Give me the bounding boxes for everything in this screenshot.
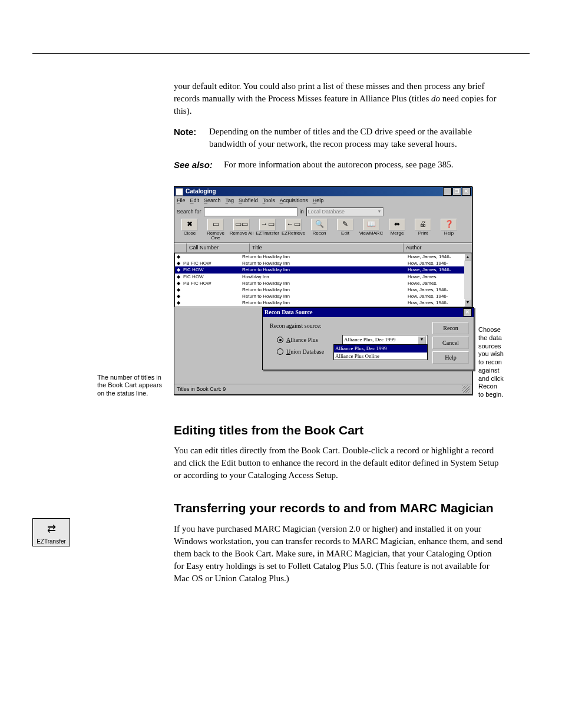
cancel-button[interactable]: Cancel [432, 337, 469, 349]
menu-acquisitions[interactable]: Acquisitions [280, 197, 308, 205]
toolbar-icon: ❓ [441, 219, 457, 230]
toolbar-icon: ▭ [207, 219, 224, 230]
menu-subfield[interactable]: Subfield [239, 197, 258, 205]
see-also-text: For more information about the autorecon… [224, 159, 504, 171]
heading-transferring: Transferring your records to and from MA… [174, 499, 504, 516]
col-call-number[interactable]: Call Number [187, 243, 250, 252]
row-icon: ◆ [175, 274, 182, 280]
eztransfer-margin-icon: ⇄ EZTransfer [32, 518, 70, 546]
see-also-block: See also: For more information about the… [174, 159, 504, 171]
window-titlebar: Cataloging _ ❐ ✕ [174, 187, 472, 196]
toolbar-print-button[interactable]: 🖨Print [410, 218, 436, 241]
intro-paragraph: your default editor. You could also prin… [174, 80, 504, 117]
search-input[interactable] [204, 207, 297, 216]
toolbar-viewmarc-button[interactable]: 📖ViewMARC [358, 218, 384, 241]
minimize-button[interactable]: _ [443, 187, 452, 196]
status-text: Titles in Book Cart: 9 [177, 386, 226, 393]
in-label: in [300, 208, 304, 216]
toolbar-ezretrieve-button[interactable]: ←▭EZRetrieve [280, 218, 306, 241]
figure-caption-left: The number of titles in the Book Cart ap… [97, 374, 171, 398]
close-button[interactable]: ✕ [462, 187, 471, 196]
radio-alliance-plus[interactable] [277, 337, 283, 343]
toolbar-icon: ✎ [337, 219, 353, 230]
menu-edit[interactable]: Edit [190, 197, 200, 205]
row-icon: ◆ [175, 253, 182, 260]
editing-titles-paragraph: You can edit titles directly from the Bo… [174, 444, 504, 482]
dropdown-item[interactable]: Alliance Plus Online [334, 353, 427, 360]
toolbar-icon: ▭▭ [233, 219, 250, 230]
table-row[interactable]: ◆Return to Howliday InnHow, James, 1946- [175, 293, 471, 299]
screenshot-figure: The number of titles in the Book Cart ap… [174, 186, 504, 399]
arrows-icon: ⇄ [39, 521, 63, 537]
recon-dialog: Recon Data Source ✕ Recon against source… [262, 307, 474, 370]
toolbar-icon: 🖨 [415, 219, 431, 230]
in-select[interactable]: Local Database▼ [306, 207, 384, 216]
radio-union-database[interactable] [277, 348, 283, 355]
row-icon: ◆ [175, 286, 182, 293]
toolbar-icon: ⬌ [389, 219, 405, 230]
radio-alliance-label[interactable]: Alliance Plus [286, 336, 342, 344]
dialog-close-button[interactable]: ✕ [463, 308, 472, 317]
transferring-paragraph: If you have purchased MARC Magician (ver… [174, 523, 504, 585]
resize-grip-icon[interactable] [462, 386, 470, 393]
toolbar: Search for in Local Database▼ ✖Close▭Rem… [174, 205, 472, 243]
dialog-titlebar: Recon Data Source ✕ [263, 308, 474, 317]
list-body: ◆Return to Howliday InnHowe, James, 1946… [174, 253, 472, 307]
toolbar-close-button[interactable]: ✖Close [177, 218, 203, 241]
chevron-down-icon: ▼ [378, 209, 382, 215]
toolbar-eztransfer-button[interactable]: →▭EZTransfer [254, 218, 280, 241]
see-also-label: See also: [174, 159, 224, 171]
note-text: Depending on the number of titles and th… [209, 126, 504, 150]
page-rule [32, 53, 530, 54]
note-label: Note: [174, 126, 209, 150]
dropdown-item[interactable]: Alliance Plus, Dec 1999 [334, 345, 427, 353]
row-icon: ◆ [175, 306, 182, 307]
dialog-prompt: Recon against source: [270, 322, 428, 330]
menu-tag[interactable]: Tag [226, 197, 234, 205]
toolbar-icon: ✖ [181, 219, 198, 230]
status-bar: Titles in Book Cart: 9 [174, 384, 472, 394]
toolbar-help-button[interactable]: ❓Help [436, 218, 462, 241]
toolbar-edit-button[interactable]: ✎Edit [332, 218, 358, 241]
row-icon: ◆ [175, 266, 182, 273]
row-icon: ◆ [175, 280, 182, 286]
table-row[interactable]: ◆PB FIC HOWReturn to Howliday InnHow, Ja… [175, 260, 471, 266]
heading-editing-titles: Editing titles from the Book Cart [174, 421, 504, 439]
menu-tools[interactable]: Tools [263, 197, 275, 205]
window-title: Cataloging [186, 187, 216, 196]
menu-bar: File Edit Search Tag Subfield Tools Acqu… [174, 196, 472, 205]
toolbar-remove-one-button[interactable]: ▭Remove One [203, 218, 229, 241]
toolbar-merge-button[interactable]: ⬌Merge [384, 218, 410, 241]
eztransfer-label: EZTransfer [34, 538, 68, 545]
note-block: Note: Depending on the number of titles … [174, 126, 504, 150]
recon-button[interactable]: Recon [432, 322, 469, 334]
table-row[interactable]: ◆FIC HOWReturn to Howliday InnHowe, Jame… [175, 266, 471, 273]
help-button[interactable]: Help [432, 351, 469, 364]
table-row[interactable]: ◆PB FIC HOWReturn to Howliday InnHowe, J… [175, 280, 471, 286]
dialog-title: Recon Data Source [265, 308, 312, 317]
col-title[interactable]: Title [250, 243, 404, 252]
toolbar-icon: →▭ [259, 219, 276, 230]
col-author[interactable]: Author [404, 243, 472, 252]
intro-em: do [431, 94, 440, 103]
menu-help[interactable]: Help [313, 197, 324, 205]
list-header: Call Number Title Author [174, 243, 472, 253]
row-icon: ◆ [175, 260, 182, 266]
table-row[interactable]: ◆Return to Howliday InnHow, James, 1946- [175, 299, 471, 306]
alliance-dropdown-list[interactable]: Alliance Plus, Dec 1999 Alliance Plus On… [333, 344, 428, 360]
menu-search[interactable]: Search [204, 197, 221, 205]
table-row[interactable]: ◆FIC HOWHowliday InnHowe, James. [175, 274, 471, 280]
figure-caption-right: Choose the data sources you wish to reco… [478, 186, 504, 399]
chevron-down-icon: ▼ [418, 336, 426, 344]
scrollbar[interactable]: ▲▼ [464, 253, 471, 307]
table-row[interactable]: ◆Return to Howliday InnHowe, James, 1946… [175, 253, 471, 260]
row-icon: ◆ [175, 299, 182, 306]
toolbar-icon: ←▭ [285, 219, 302, 230]
maximize-button[interactable]: ❐ [452, 187, 461, 196]
alliance-combo[interactable]: Alliance Plus, Dec 1999▼ [342, 335, 428, 345]
app-icon [176, 188, 183, 196]
toolbar-remove-all-button[interactable]: ▭▭Remove All [229, 218, 254, 241]
menu-file[interactable]: File [177, 197, 186, 205]
table-row[interactable]: ◆Return to Howliday InnHow, James, 1946- [175, 286, 471, 293]
toolbar-recon-button[interactable]: 🔍Recon [306, 218, 332, 241]
